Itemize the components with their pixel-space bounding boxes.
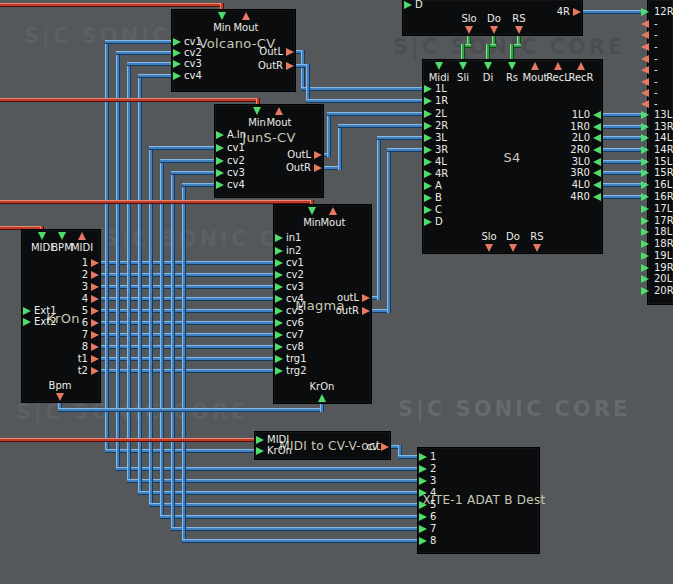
port-right-edge-ports-18L-19[interactable]: 18L: [648, 226, 673, 238]
module-volcano-cv[interactable]: Volcano-CVMinMoutcv1cv2cv3cv4OutLOutR: [172, 10, 295, 91]
wire-s4-3l0-to-15l[interactable]: [596, 160, 647, 164]
wire-volcano-outl-to-s4-1l[interactable]: [301, 50, 305, 91]
wire-kron-8-to-juns-cv4[interactable]: [182, 183, 186, 349]
wire-midi-in-to-magma-min[interactable]: [0, 200, 314, 204]
wire-juns-outr-to-s4-2r[interactable]: [338, 124, 429, 128]
port-right-edge-ports-14L-11[interactable]: 14L: [648, 132, 673, 144]
wire-kron-3-to-xite-3[interactable]: [127, 285, 131, 483]
wire-volcano-outr-to-s4-1r[interactable]: [306, 99, 429, 103]
port-volcano-cv-OutR-7[interactable]: OutR: [172, 60, 295, 72]
port-magma-in1-2[interactable]: in1: [274, 232, 371, 244]
wire-kron-7-to-xite-7[interactable]: [171, 527, 426, 531]
port-xite-adat-b-dest-4-3[interactable]: 4: [418, 487, 539, 499]
wire-kron-1-to-volcano-cv1[interactable]: [105, 40, 179, 44]
port-xite-adat-b-dest-5-4[interactable]: 5: [418, 499, 539, 511]
port-magma-cv6-9[interactable]: cv6: [274, 317, 371, 329]
wire-volcano-outl-to-s4-1l[interactable]: [301, 87, 429, 91]
wire-magma-outl-to-s4-3l[interactable]: [377, 136, 429, 140]
port-right-edge-ports-12R-0[interactable]: 12R: [648, 6, 673, 18]
port-kron-midi-bpm-7-11[interactable]: 7: [22, 329, 100, 341]
wire-top-4r-to-12r[interactable]: [576, 10, 647, 14]
port-right-edge-ports-14R-12[interactable]: 14R: [648, 144, 673, 156]
port-kron-midi-bpm-Bpm-15[interactable]: Bpm: [36, 380, 84, 402]
wire-kron-4-to-xite-4[interactable]: [138, 297, 142, 495]
wire-kron-t1-to-magma-trg1[interactable]: [94, 357, 283, 361]
wire-kron-4-to-magma-cv4[interactable]: [94, 297, 283, 301]
port-juns-cv-cv4-6[interactable]: cv4: [215, 179, 323, 191]
wire-kron-2-to-volcano-cv2[interactable]: [116, 51, 120, 277]
wire-kron-6-to-xite-6[interactable]: [160, 515, 426, 519]
port-s4-1L-7[interactable]: 1L: [423, 83, 602, 95]
wire-s4-3r0-to-15r[interactable]: [596, 171, 647, 175]
wire-juns-outr-to-s4-2r[interactable]: [338, 124, 342, 170]
wire-kron-5-to-magma-cv5[interactable]: [94, 309, 283, 313]
port-magma-trg1-12[interactable]: trg1: [274, 353, 371, 365]
wire-kron-3-to-volcano-cv3[interactable]: [127, 62, 131, 289]
module-magma[interactable]: MagmaMinMoutin1in2cv1cv2cv3cv4cv5cv6cv7c…: [274, 205, 371, 403]
module-juns-cv[interactable]: JunS-CVMinMoutA.Incv1cv2cv3cv4OutLOutR: [215, 105, 323, 197]
module-midi-to-cv-v-oct[interactable]: MIDI to CV-V-octMIDIKrOncv: [255, 432, 390, 459]
wire-s4-4r0-to-16r[interactable]: [596, 195, 647, 199]
module-top-device[interactable]: D4RSloDoRS: [403, 0, 582, 35]
port-magma-cv1-4[interactable]: cv1: [274, 257, 371, 269]
wire-kron-6-to-juns-cv2[interactable]: [160, 159, 164, 325]
port-magma-in2-3[interactable]: in2: [274, 245, 371, 257]
wire-kron-4-to-volcano-cv4[interactable]: [138, 74, 142, 301]
port-top-device-RS-4[interactable]: RS: [495, 13, 543, 35]
wire-kron-6-to-juns-cv2[interactable]: [160, 159, 223, 163]
wire-s4-1r0-to-13r[interactable]: [596, 125, 647, 129]
port-right-edge-ports-17L-17[interactable]: 17L: [648, 203, 673, 215]
module-kron-midi-bpm[interactable]: KrOnMIDIBPMMIDIExt1Ext212345678t1t2Bpm: [22, 230, 100, 402]
wire-kron-6-to-xite-6[interactable]: [160, 321, 164, 519]
port-s4-2L0-21[interactable]: 2L0: [423, 132, 602, 144]
port-volcano-cv-OutL-6[interactable]: OutL: [172, 46, 295, 58]
module-right-edge-ports[interactable]: 12R--------13L13R14L14R15L15R16L16R17L17…: [648, 0, 673, 304]
port-right-edge-ports-18R-20[interactable]: 18R: [648, 238, 673, 250]
wire-kron-7-to-juns-cv3[interactable]: [171, 171, 175, 337]
port-s4-4L0-25[interactable]: 4L0: [423, 179, 602, 191]
port-juns-cv-OutL-7[interactable]: OutL: [215, 149, 323, 161]
port-s4-1R-8[interactable]: 1R: [423, 95, 602, 107]
port-kron-midi-bpm-5-9[interactable]: 5: [22, 305, 100, 317]
wire-midi-in-to-juns-min[interactable]: [0, 98, 260, 102]
port-magma-cv7-10[interactable]: cv7: [274, 329, 371, 341]
wire-kron-8-to-xite-8[interactable]: [182, 539, 426, 543]
port-kron-midi-bpm-1-5[interactable]: 1: [22, 257, 100, 269]
wire-kron-7-to-xite-7[interactable]: [171, 333, 175, 531]
port-right-edge-ports-19L-21[interactable]: 19L: [648, 250, 673, 262]
port-kron-midi-bpm-2-6[interactable]: 2: [22, 269, 100, 281]
wire-kron-2-to-volcano-cv2[interactable]: [116, 51, 179, 55]
wire-midi-in-to-midi2cv-midi[interactable]: [0, 438, 261, 442]
port-juns-cv-OutR-8[interactable]: OutR: [215, 162, 323, 174]
port-kron-midi-bpm-6-10[interactable]: 6: [22, 317, 100, 329]
wire-kron-3-to-magma-cv3[interactable]: [94, 285, 283, 289]
port-xite-adat-b-dest-2-1[interactable]: 2: [418, 463, 539, 475]
wire-kron-5-to-juns-cv1[interactable]: [149, 146, 223, 150]
port-right-edge-ports-20L-23[interactable]: 20L: [648, 273, 673, 285]
port-magma-outL-14[interactable]: outL: [274, 292, 371, 304]
wire-kron-8-to-xite-8[interactable]: [182, 345, 186, 543]
wire-kron-1-to-volcano-cv1[interactable]: [105, 40, 109, 265]
port-xite-adat-b-dest-1-0[interactable]: 1: [418, 451, 539, 463]
wire-kron-6-to-magma-cv6[interactable]: [94, 321, 283, 325]
wire-kron-1-to-magma-cv1[interactable]: [94, 261, 283, 265]
port-magma-trg2-13[interactable]: trg2: [274, 365, 371, 377]
wire-midi-in-to-volcano-min[interactable]: [0, 3, 224, 7]
wire-kron-2-to-magma-cv2[interactable]: [94, 273, 283, 277]
port-s4-3R0-24[interactable]: 3R0: [423, 167, 602, 179]
port-xite-adat-b-dest-6-5[interactable]: 6: [418, 511, 539, 523]
port-kron-midi-bpm-t1-13[interactable]: t1: [22, 353, 100, 365]
port-magma-cv2-5[interactable]: cv2: [274, 269, 371, 281]
port-s4-D-18[interactable]: D: [423, 216, 602, 228]
port-magma-cv8-11[interactable]: cv8: [274, 341, 371, 353]
port-xite-adat-b-dest-3-2[interactable]: 3: [418, 475, 539, 487]
port-xite-adat-b-dest-7-6[interactable]: 7: [418, 523, 539, 535]
wire-magma-outr-to-s4-3r[interactable]: [387, 148, 391, 313]
port-right-edge-ports--2[interactable]: -: [648, 29, 673, 41]
wire-kron-5-to-xite-5[interactable]: [149, 503, 426, 507]
port-midi-to-cv-v-oct-cv-2[interactable]: cv: [255, 441, 390, 453]
wire-volcano-outr-to-s4-1r[interactable]: [306, 64, 310, 103]
port-kron-midi-bpm-8-12[interactable]: 8: [22, 341, 100, 353]
module-s4[interactable]: S4MidiSliDiRsMoutRecLRecR1L1R2L2R3L3R4L4…: [423, 60, 602, 253]
port-right-edge-ports-15R-14[interactable]: 15R: [648, 167, 673, 179]
